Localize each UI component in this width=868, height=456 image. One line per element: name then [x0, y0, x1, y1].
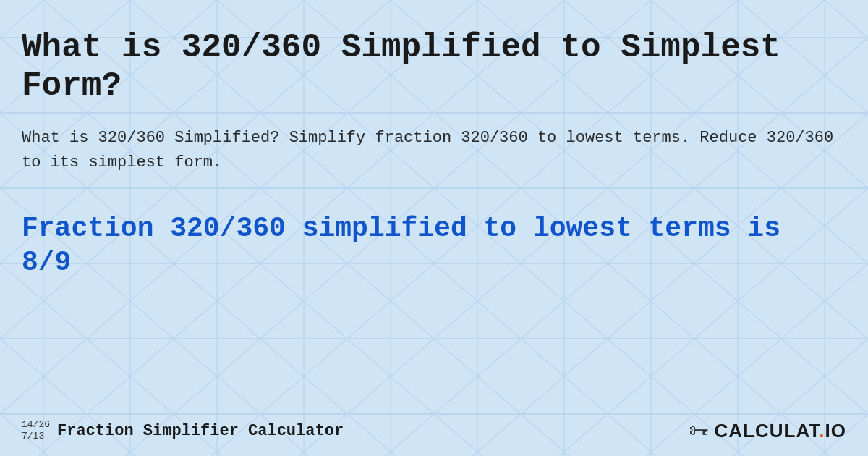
footer-logo: 🗝 CALCULAT.IO [689, 418, 846, 443]
page-title: What is 320/360 Simplified to Simplest F… [22, 29, 846, 106]
result-text: Fraction 320/360 simplified to lowest te… [22, 211, 846, 280]
footer-fraction-top: 14/26 [22, 419, 50, 431]
footer-label: Fraction Simplifier Calculator [57, 422, 344, 440]
footer: 14/26 7/13 Fraction Simplifier Calculato… [0, 418, 868, 443]
footer-fraction-bottom: 7/13 [22, 431, 50, 442]
key-icon: 🗝 [689, 418, 709, 443]
footer-fractions: 14/26 7/13 [22, 419, 50, 442]
description-text: What is 320/360 Simplified? Simplify fra… [22, 126, 846, 175]
logo-text: CALCULAT.IO [715, 420, 846, 442]
